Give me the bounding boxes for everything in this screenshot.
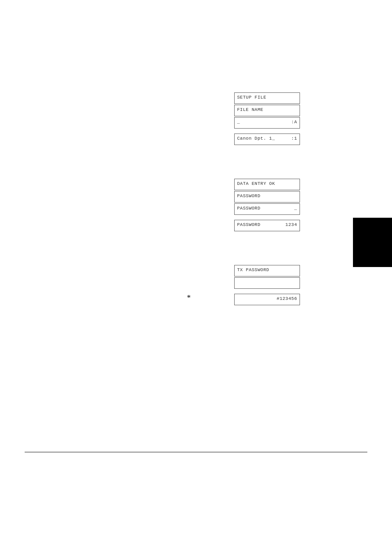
canon-dpt-value: :1 bbox=[291, 136, 297, 141]
cursor-right: :A bbox=[291, 120, 297, 125]
password-cursor-char: _ bbox=[294, 206, 297, 211]
data-entry-ok-panel: DATA ENTRY OK bbox=[234, 179, 300, 190]
cursor-a-panel: _ :A bbox=[234, 117, 300, 129]
password-label: PASSWORD bbox=[235, 191, 300, 201]
password-value-panel: PASSWORD 1234 bbox=[234, 220, 300, 231]
setup-file-panel: SETUP FILE bbox=[234, 92, 300, 104]
black-rectangle bbox=[353, 218, 392, 267]
hash-value-panel: #123456 bbox=[234, 294, 300, 305]
password-label-panel: PASSWORD bbox=[234, 191, 300, 203]
canon-dpt-panel: Canon Dpt. 1_ :1 bbox=[234, 134, 300, 145]
star-symbol: * bbox=[187, 294, 191, 302]
password-cursor-content: PASSWORD _ bbox=[235, 204, 300, 213]
empty-field-panel bbox=[234, 277, 300, 289]
file-name-label: FILE NAME bbox=[235, 105, 300, 115]
tx-password-panel: TX PASSWORD bbox=[234, 265, 300, 276]
password-value-label: PASSWORD bbox=[237, 222, 261, 228]
password-cursor-label: PASSWORD bbox=[237, 206, 261, 211]
file-name-panel: FILE NAME bbox=[234, 105, 300, 116]
setup-file-label: SETUP FILE bbox=[235, 93, 300, 102]
bottom-divider bbox=[25, 452, 367, 452]
page-container: SETUP FILE FILE NAME _ :A Canon Dpt. 1_ … bbox=[0, 0, 392, 555]
password-value: 1234 bbox=[286, 222, 297, 228]
cursor-a-content: _ :A bbox=[235, 117, 300, 127]
tx-password-label: TX PASSWORD bbox=[235, 265, 300, 275]
empty-field bbox=[235, 278, 300, 282]
cursor-left: _ bbox=[237, 120, 240, 125]
password-cursor-panel: PASSWORD _ bbox=[234, 203, 300, 215]
canon-dpt-content: Canon Dpt. 1_ :1 bbox=[235, 134, 300, 143]
password-value-content: PASSWORD 1234 bbox=[235, 220, 300, 230]
data-entry-ok-label: DATA ENTRY OK bbox=[235, 179, 300, 189]
canon-dpt-label: Canon Dpt. 1_ bbox=[237, 136, 275, 141]
hash-value: #123456 bbox=[235, 294, 300, 304]
